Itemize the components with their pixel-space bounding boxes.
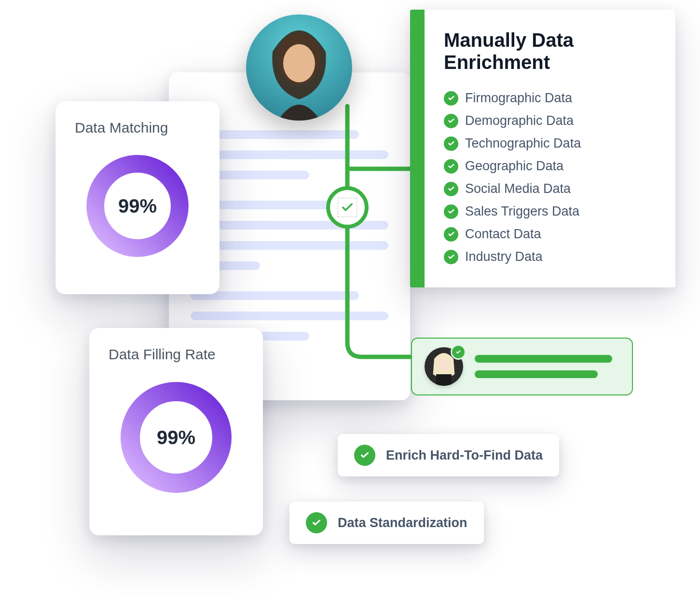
enrichment-item-label: Contact Data bbox=[465, 227, 541, 242]
enrichment-item-label: Demographic Data bbox=[465, 113, 574, 128]
check-icon bbox=[444, 204, 458, 219]
svg-point-9 bbox=[438, 358, 450, 371]
enrichment-item: Demographic Data bbox=[444, 109, 656, 132]
enrichment-item: Social Media Data bbox=[444, 177, 656, 200]
contact-placeholder-line bbox=[475, 370, 598, 378]
enrichment-item: Technographic Data bbox=[444, 132, 656, 155]
enrich-hard-to-find-chip: Enrich Hard-To-Find Data bbox=[338, 434, 559, 476]
data-matching-title: Data Matching bbox=[75, 120, 200, 136]
doc-placeholder-line bbox=[191, 312, 388, 320]
doc-placeholder-line bbox=[191, 150, 388, 159]
enrichment-item: Contact Data bbox=[444, 223, 656, 245]
verified-badge-icon bbox=[451, 344, 466, 360]
data-filling-rate-gauge: 99% bbox=[116, 377, 236, 498]
data-filling-rate-value: 99% bbox=[116, 377, 236, 498]
svg-rect-10 bbox=[436, 374, 452, 386]
document-verified-check-icon bbox=[326, 186, 369, 229]
enrichment-panel-title: Manually Data Enrichment bbox=[444, 29, 656, 73]
chip-label: Enrich Hard-To-Find Data bbox=[386, 448, 543, 463]
svg-point-2 bbox=[283, 44, 315, 82]
data-matching-value: 99% bbox=[82, 150, 193, 261]
check-icon bbox=[444, 136, 458, 151]
data-matching-gauge: 99% bbox=[82, 150, 193, 261]
verified-contact-card bbox=[411, 338, 633, 395]
profile-avatar bbox=[246, 14, 352, 121]
check-icon bbox=[306, 512, 327, 533]
check-icon bbox=[354, 445, 375, 466]
chip-label: Data Standardization bbox=[338, 516, 467, 530]
check-icon bbox=[444, 159, 458, 174]
enrichment-item-label: Social Media Data bbox=[465, 181, 571, 196]
doc-placeholder-line bbox=[191, 241, 388, 250]
enrichment-item-label: Sales Triggers Data bbox=[465, 204, 579, 219]
check-icon bbox=[444, 91, 458, 106]
contact-placeholder-line bbox=[475, 355, 612, 363]
contact-placeholder-lines bbox=[475, 355, 619, 378]
doc-placeholder-line bbox=[191, 291, 359, 300]
data-filling-rate-card: Data Filling Rate 99% bbox=[89, 328, 263, 535]
check-icon bbox=[444, 114, 458, 128]
enrichment-item-label: Industry Data bbox=[465, 249, 543, 264]
data-matching-card: Data Matching 99% bbox=[55, 101, 220, 294]
enrichment-item: Firmographic Data bbox=[444, 87, 656, 109]
check-icon bbox=[444, 250, 458, 264]
enrichment-item-label: Geographic Data bbox=[465, 159, 563, 174]
data-standardization-chip: Data Standardization bbox=[289, 502, 484, 544]
avatar-placeholder-icon bbox=[246, 14, 352, 121]
enrichment-item-label: Technographic Data bbox=[465, 136, 581, 151]
enrichment-list: Firmographic Data Demographic Data Techn… bbox=[444, 87, 656, 268]
data-filling-rate-title: Data Filling Rate bbox=[109, 346, 244, 363]
enrichment-item: Industry Data bbox=[444, 245, 656, 268]
enrichment-item: Geographic Data bbox=[444, 155, 656, 177]
check-icon bbox=[444, 227, 458, 242]
enrichment-item-label: Firmographic Data bbox=[465, 91, 572, 106]
enrichment-item: Sales Triggers Data bbox=[444, 200, 656, 223]
check-icon bbox=[444, 182, 458, 196]
manual-data-enrichment-panel: Manually Data Enrichment Firmographic Da… bbox=[410, 10, 675, 287]
